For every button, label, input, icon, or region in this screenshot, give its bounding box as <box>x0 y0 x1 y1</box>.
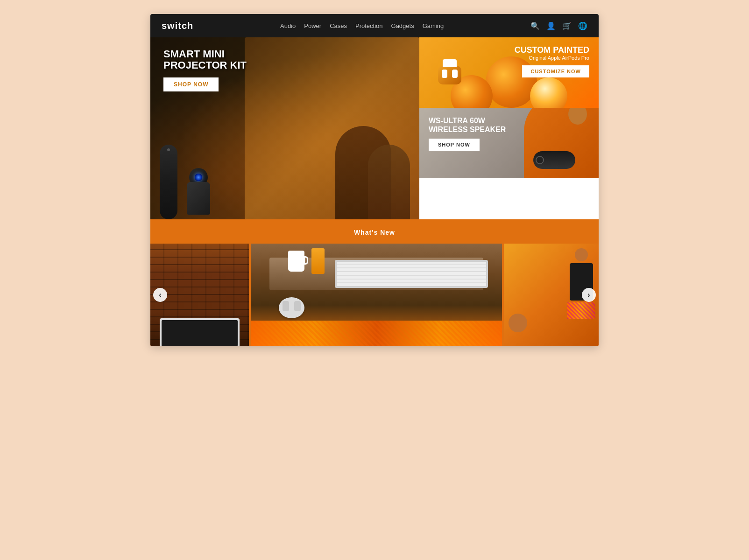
airpods-cta[interactable]: Customize Now <box>522 65 589 77</box>
laptop-content <box>337 262 486 286</box>
airpods-table <box>279 297 304 318</box>
cart-icon[interactable]: 🛒 <box>562 21 572 30</box>
carousel-next-button[interactable]: › <box>582 288 596 302</box>
user-icon[interactable]: 👤 <box>546 21 556 30</box>
mug <box>288 251 304 272</box>
speaker-content: WS-Ultra 60W Wireless Speaker Shop Now <box>429 116 589 151</box>
hand <box>509 314 527 332</box>
speaker-device <box>533 151 575 169</box>
airpods-title: Custom Painted <box>515 46 589 55</box>
hero-speaker: WS-Ultra 60W Wireless Speaker Shop Now <box>419 108 599 178</box>
hero-main-content: Smart Mini Projector Kit Shop Now <box>163 49 406 91</box>
hero-main-title: Smart Mini Projector Kit <box>163 49 406 71</box>
projector-body <box>187 182 210 215</box>
laptop-display <box>162 320 238 346</box>
laptop-screen-table <box>337 262 486 286</box>
nav-link-protection[interactable]: Protection <box>355 22 383 29</box>
whats-new-title: What's New <box>150 229 599 236</box>
browser-window: switch Audio Power Cases Protection Gadg… <box>150 14 599 346</box>
hero-grid: Smart Mini Projector Kit Shop Now <box>150 37 599 219</box>
navbar: switch Audio Power Cases Protection Gadg… <box>150 14 599 37</box>
nav-link-gadgets[interactable]: Gadgets <box>391 22 414 29</box>
whats-new-section: What's New ‹ › <box>150 219 599 346</box>
mug-handle <box>304 256 308 265</box>
nav-links: Audio Power Cases Protection Gadgets Gam… <box>280 21 444 30</box>
airpod-bud-left <box>283 301 289 311</box>
nav-link-power[interactable]: Power <box>304 22 321 29</box>
airpods-subtitle: Original Apple AirPods Pro <box>529 55 589 61</box>
airpods-content: Custom Painted Original Apple AirPods Pr… <box>429 46 589 77</box>
speaker-cta[interactable]: Shop Now <box>429 139 480 151</box>
laptop-screen <box>160 318 240 346</box>
search-icon[interactable]: 🔍 <box>530 21 540 30</box>
nav-link-audio[interactable]: Audio <box>280 22 296 29</box>
speaker-title: WS-Ultra 60W Wireless Speaker <box>429 116 589 134</box>
laptop-table <box>335 260 488 288</box>
juice-glass <box>311 248 325 274</box>
carousel-track <box>150 244 599 346</box>
brand-logo[interactable]: switch <box>162 21 193 31</box>
hero-airpods: Custom Painted Original Apple AirPods Pr… <box>419 37 599 108</box>
nav-link-gaming[interactable]: Gaming <box>423 22 444 29</box>
carpet-pattern <box>251 321 502 346</box>
person-right <box>565 248 598 323</box>
speaker-grille <box>536 156 544 164</box>
airpod-bud-right <box>294 301 301 311</box>
hero-right: Custom Painted Original Apple AirPods Pr… <box>419 37 599 178</box>
person-head-right <box>575 248 588 261</box>
person-silhouette-2 <box>368 145 410 219</box>
hero-main-cta[interactable]: Shop Now <box>163 77 219 91</box>
nav-link-cases[interactable]: Cases <box>330 22 347 29</box>
orange-half <box>530 77 567 108</box>
carousel-prev-button[interactable]: ‹ <box>153 288 167 302</box>
carousel-item-coffee <box>251 244 502 346</box>
coffee-table-bg <box>251 244 502 346</box>
hero-main: Smart Mini Projector Kit Shop Now <box>150 37 419 219</box>
projector-products <box>160 145 215 219</box>
globe-icon[interactable]: 🌐 <box>578 21 587 30</box>
projector-gun <box>182 168 215 215</box>
projector-cylinder <box>160 145 177 219</box>
navbar-icons: 🔍 👤 🛒 🌐 <box>530 21 587 30</box>
orange-carpet <box>251 321 502 346</box>
bag <box>567 302 595 319</box>
bag-pattern <box>567 302 595 319</box>
carousel: ‹ › <box>150 244 599 346</box>
